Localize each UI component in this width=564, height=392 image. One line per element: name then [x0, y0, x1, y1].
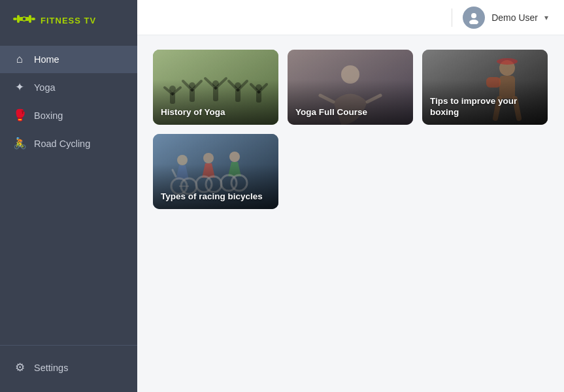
card-label-types-racing: Types of racing bicycles — [161, 191, 272, 203]
svg-rect-3 — [29, 15, 31, 23]
home-icon: ⌂ — [13, 53, 26, 66]
svg-rect-2 — [17, 15, 20, 23]
sidebar: FITNESS TV ⌂ Home ✦ Yoga 🥊 Boxing 🚴 Road… — [0, 0, 137, 392]
logo-icon — [13, 12, 35, 30]
sidebar-item-boxing[interactable]: 🥊 Boxing — [0, 101, 137, 129]
avatar — [463, 7, 485, 29]
logo-text: FITNESS TV — [41, 16, 96, 26]
card-label-tips-boxing: Tips to improve your boxing — [430, 95, 541, 118]
app-logo: FITNESS TV — [0, 0, 137, 41]
header-divider — [452, 8, 452, 27]
chevron-down-icon: ▾ — [544, 13, 548, 22]
card-tips-boxing[interactable]: Tips to improve your boxing — [422, 50, 548, 125]
sidebar-item-yoga-label: Yoga — [34, 82, 56, 93]
svg-rect-1 — [31, 18, 35, 20]
cycling-icon: 🚴 — [13, 137, 26, 150]
card-yoga-full-course[interactable]: Yoga Full Course — [288, 50, 413, 125]
settings-icon: ⚙ — [13, 361, 26, 374]
sidebar-item-road-cycling-label: Road Cycling — [34, 139, 90, 149]
card-history-yoga[interactable]: History of Yoga — [153, 50, 278, 125]
svg-point-6 — [471, 13, 476, 18]
svg-point-7 — [469, 20, 478, 24]
card-types-racing-bicycles[interactable]: Types of racing bicycles — [153, 134, 278, 209]
sidebar-item-boxing-label: Boxing — [34, 110, 63, 121]
sidebar-item-home[interactable]: ⌂ Home — [0, 46, 137, 73]
sidebar-item-road-cycling[interactable]: 🚴 Road Cycling — [0, 129, 137, 157]
card-label-history-yoga: History of Yoga — [161, 106, 272, 118]
user-menu[interactable]: Demo User ▾ — [463, 7, 548, 29]
cards-grid: History of Yoga — [137, 35, 564, 223]
svg-rect-0 — [13, 18, 17, 20]
card-label-yoga-full: Yoga Full Course — [295, 106, 406, 118]
sidebar-item-home-label: Home — [34, 54, 59, 65]
sidebar-bottom: ⚙ Settings — [0, 345, 137, 392]
boxing-icon: 🥊 — [13, 108, 26, 122]
main-nav: ⌂ Home ✦ Yoga 🥊 Boxing 🚴 Road Cycling — [0, 41, 137, 345]
sidebar-item-settings[interactable]: ⚙ Settings — [0, 353, 137, 382]
sidebar-item-settings-label: Settings — [34, 363, 68, 373]
sidebar-item-yoga[interactable]: ✦ Yoga — [0, 73, 137, 101]
header: Demo User ▾ — [137, 0, 564, 35]
svg-point-5 — [22, 17, 26, 21]
main-content: Demo User ▾ — [137, 0, 564, 392]
yoga-icon: ✦ — [13, 80, 26, 94]
user-name: Demo User — [491, 12, 538, 23]
